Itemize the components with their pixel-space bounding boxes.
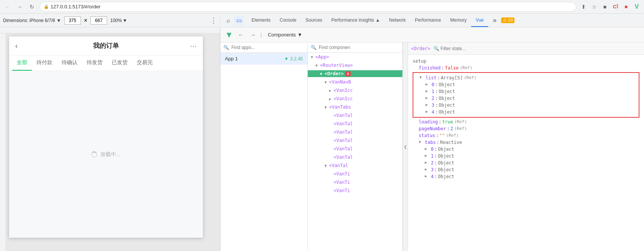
vue-forward-button[interactable]: →	[248, 30, 258, 39]
state-val-finished: false	[445, 65, 459, 71]
tab-elements[interactable]: Elements	[247, 14, 275, 27]
arrow-icon-tabs-2[interactable]: ▶	[425, 160, 429, 164]
arrow-icon-tabs-4[interactable]: ▶	[425, 174, 429, 178]
tree-node-app: ▼ <App>	[308, 53, 402, 61]
profile2-button[interactable]: ■	[622, 3, 630, 11]
tab-console[interactable]: Console	[275, 14, 301, 27]
tree-node-line-vantal6[interactable]: <VanTal	[308, 154, 402, 161]
state-line-tabs-1: ▶ 1 : Object	[413, 153, 639, 159]
arrow-icon-list-3[interactable]: ▶	[426, 103, 430, 107]
tree-node-line-vantal7[interactable]: ▼ <VanTal	[308, 162, 402, 169]
arrow-icon-list-4[interactable]: ▶	[426, 109, 430, 114]
tree-node-vanti2: <VanTi	[308, 178, 402, 186]
state-key-list-3: 3	[432, 103, 434, 108]
extensions-button[interactable]: ■	[601, 3, 609, 11]
tree-node-vantabs: ▼ <VanTabs	[308, 103, 402, 111]
tree-node-line-vanti2[interactable]: <VanTi	[308, 179, 402, 186]
tree-node-line-vantal2[interactable]: <VanTal	[308, 120, 402, 127]
arrow-icon-tabs-1[interactable]: ▶	[425, 153, 429, 158]
device-selector[interactable]: Dimensions: iPhone 6/7/8 ▼	[3, 18, 61, 23]
tree-node-line-app[interactable]: ▼ <App>	[308, 54, 402, 60]
tree-node-line-vantal1[interactable]: <VanTal	[308, 112, 402, 119]
vue-back-button[interactable]: ←	[236, 30, 245, 39]
phone-preview-panel: ‹ 我的订单 ⋯ 全部 待付款 待确认 待发货 已发货 交易完	[0, 27, 220, 251]
vpn-button[interactable]: V	[633, 3, 641, 11]
apps-search-bar: 🔍	[220, 43, 307, 53]
width-input[interactable]	[64, 16, 81, 25]
phone-tab-shipped[interactable]: 已发货	[107, 55, 132, 71]
state-val-list-2: Object	[438, 96, 455, 101]
arrow-icon-tabs-0[interactable]: ▶	[425, 147, 429, 151]
tree-node-line-vannavb[interactable]: ▼ <VanNavB	[308, 79, 402, 85]
phone-tab-pending-confirm[interactable]: 待确认	[57, 55, 82, 71]
phone-tab-all[interactable]: 全部	[12, 55, 32, 71]
arrow-icon-tabs[interactable]: ▼	[419, 140, 423, 144]
state-key-finished: finished	[419, 65, 441, 71]
state-filter-input[interactable]	[441, 46, 641, 51]
tab-network[interactable]: Network	[385, 14, 410, 27]
tab-performance-insights[interactable]: Performance insights ▲	[327, 14, 385, 27]
phone-more-button[interactable]: ⋯	[190, 42, 197, 50]
arrow-icon-order: ▼	[320, 72, 324, 76]
devtools-tabs-bar: Dimensions: iPhone 6/7/8 ▼ × 100% ▼ ⋮ ⌕ …	[0, 14, 644, 27]
phone-frame: ‹ 我的订单 ⋯ 全部 待付款 待确认 待发货 已发货 交易完	[9, 36, 203, 238]
tree-search-input[interactable]	[319, 45, 399, 50]
tree-search-bar: 🔍	[308, 43, 402, 53]
tree-node-line-vantal3[interactable]: <VanTal	[308, 129, 402, 136]
arrow-icon-list[interactable]: ▼	[419, 75, 424, 79]
arrow-icon-tabs-3[interactable]: ▶	[425, 167, 429, 171]
vue-components-label: Components	[268, 32, 296, 38]
arrow-icon-list-0[interactable]: ▶	[426, 82, 430, 86]
tree-node-line-vantabs[interactable]: ▼ <VanTabs	[308, 104, 402, 111]
forward-button[interactable]: →	[15, 2, 24, 11]
tab-performance[interactable]: Performance	[410, 14, 446, 27]
tree-node-line-vantal4[interactable]: <VanTal	[308, 137, 402, 144]
phone-back-button[interactable]: ‹	[15, 41, 18, 50]
state-line-list-0: ▶ 0 : Object	[413, 81, 639, 88]
state-colon-tabs-2: :	[434, 160, 437, 166]
address-bar[interactable]: 🔒 127.0.0.1:5173/#/order	[40, 2, 576, 12]
height-input[interactable]	[90, 16, 107, 25]
pane-collapse-handle[interactable]: ❮	[403, 43, 408, 251]
tree-node-line-vantal5[interactable]: <VanTal	[308, 145, 402, 152]
inspect-icon-btn[interactable]: ⌕	[223, 16, 233, 25]
apps-search-input[interactable]	[231, 45, 304, 50]
state-key-tabs: tabs	[425, 140, 436, 145]
phone-tab-completed[interactable]: 交易完	[132, 55, 157, 71]
vue-components-button[interactable]: Components ▼	[265, 30, 305, 39]
state-line-tabs: ▼ tabs : Reactive	[413, 139, 639, 146]
more-tabs-icon[interactable]: »	[490, 16, 500, 24]
tree-node-line-vanti1[interactable]: <VanTi	[308, 170, 402, 177]
app-item-1[interactable]: App 1 ▼ 3.2.45	[220, 53, 307, 65]
share-button[interactable]: ⬆	[579, 3, 588, 11]
phone-tab-pending-ship[interactable]: 待发货	[82, 55, 107, 71]
tab-vue[interactable]: Vue	[471, 14, 488, 27]
zoom-selector[interactable]: 100% ▼	[110, 18, 127, 23]
tree-node-line-routerview[interactable]: ▼ <RouterView>	[308, 62, 402, 69]
tree-node-order: ▼ <Order> 4	[308, 69, 402, 78]
bookmark-button[interactable]: ☆	[590, 3, 598, 11]
node-name-vanl1: <VanTi	[334, 188, 350, 193]
tab-sources[interactable]: Sources	[301, 14, 327, 27]
state-ref-loading: (Ref)	[454, 119, 467, 124]
zoom-label: 100%	[110, 18, 122, 23]
more-options-icon[interactable]: ⋮	[210, 16, 217, 25]
tab-memory[interactable]: Memory	[446, 14, 471, 27]
tree-node-line-order[interactable]: ▼ <Order> 4	[308, 70, 402, 77]
arrow-icon-list-2[interactable]: ▶	[426, 96, 430, 100]
state-list-highlight-box: ▼ list : Array[5] (Ref) ▶ 0 : Object	[413, 72, 639, 118]
tree-node-line-vanl1[interactable]: <VanTi	[308, 187, 402, 194]
tree-node-line-vanico1[interactable]: ▶ <VanIcc	[308, 87, 402, 94]
node-name-vantal5: <VanTal	[334, 146, 353, 152]
device-icon-btn[interactable]: ▭	[234, 16, 244, 25]
phone-tab-pending-payment[interactable]: 待付款	[32, 55, 57, 71]
phone-content: ‹ 我的订单 ⋯ 全部 待付款 待确认 待发货 已发货 交易完	[9, 36, 203, 238]
arrow-icon-list-1[interactable]: ▶	[426, 89, 430, 93]
tree-node-line-vanico2[interactable]: ▶ <VanIcc	[308, 95, 402, 102]
arrow-icon-vanico1: ▶	[329, 88, 333, 93]
profile-button[interactable]: Cǐ	[611, 3, 620, 11]
state-val-tabs-2: Object	[438, 160, 454, 166]
back-button[interactable]: ←	[3, 2, 12, 11]
reload-button[interactable]: ↻	[27, 2, 36, 11]
devtools-tool-icons: ⌕ ▭	[220, 16, 247, 25]
